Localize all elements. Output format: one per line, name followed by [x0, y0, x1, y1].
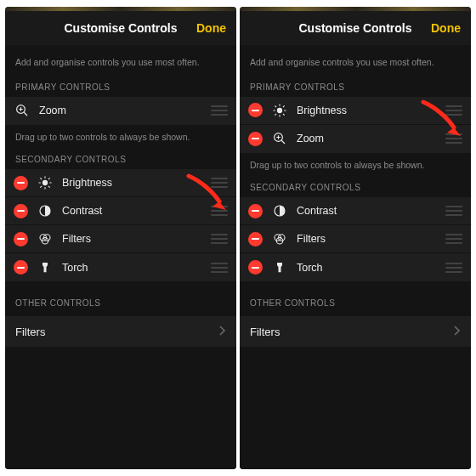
brightness-icon — [271, 102, 288, 119]
remove-button[interactable] — [248, 132, 263, 146]
remove-button[interactable] — [248, 204, 263, 218]
drag-handle-icon[interactable] — [445, 263, 462, 273]
drag-handle-icon[interactable] — [211, 234, 228, 244]
drag-handle-icon[interactable] — [211, 178, 228, 188]
control-label: Contrast — [297, 205, 445, 217]
chevron-right-icon — [454, 325, 461, 338]
drag-handle-icon[interactable] — [445, 206, 462, 216]
control-label: Brightness — [62, 177, 211, 189]
filters-icon — [37, 230, 54, 247]
svg-line-9 — [40, 178, 42, 180]
other-controls-header: OTHER CONTROLS — [5, 281, 236, 316]
svg-line-11 — [40, 186, 42, 188]
torch-icon — [271, 259, 288, 276]
control-label: Filters — [297, 233, 445, 245]
secondary-controls-list: Brightness Contrast Filters — [5, 169, 236, 281]
control-row-zoom[interactable]: Zoom — [5, 97, 236, 125]
other-filters-row[interactable]: Filters — [5, 316, 236, 347]
contrast-icon — [271, 202, 288, 219]
drag-handle-icon[interactable] — [445, 234, 462, 244]
svg-line-1 — [24, 112, 27, 116]
other-controls-header: OTHER CONTROLS — [240, 281, 471, 316]
brightness-icon — [37, 174, 54, 191]
remove-button[interactable] — [248, 232, 263, 246]
control-row-contrast[interactable]: Contrast — [5, 197, 236, 225]
hint-text: Add and organise controls you use most o… — [5, 45, 236, 79]
remove-button[interactable] — [14, 204, 28, 218]
drag-handle-icon[interactable] — [445, 133, 462, 144]
svg-point-18 — [277, 107, 282, 112]
svg-line-24 — [283, 114, 285, 116]
page-title: Customise Controls — [298, 21, 411, 35]
control-row-filters[interactable]: Filters — [5, 225, 236, 253]
drag-handle-icon[interactable] — [211, 105, 228, 116]
filters-icon — [271, 230, 288, 247]
other-filters-row[interactable]: Filters — [240, 316, 471, 347]
control-row-brightness[interactable]: Brightness — [240, 97, 471, 125]
primary-controls-header: PRIMARY CONTROLS — [240, 79, 471, 97]
control-label: Torch — [297, 262, 445, 274]
remove-button[interactable] — [14, 260, 28, 275]
svg-line-23 — [275, 105, 276, 107]
zoom-icon — [271, 130, 288, 147]
zoom-icon — [14, 102, 31, 119]
svg-line-25 — [275, 114, 276, 116]
primary-controls-header: PRIMARY CONTROLS — [5, 79, 236, 97]
secondary-controls-list: Contrast Filters Torch — [240, 197, 471, 281]
primary-controls-list: Zoom — [5, 97, 236, 125]
navbar: Customise Controls Done — [5, 11, 236, 45]
svg-line-12 — [48, 178, 50, 180]
remove-button[interactable] — [248, 260, 263, 275]
svg-line-26 — [283, 105, 285, 107]
navbar: Customise Controls Done — [240, 11, 471, 45]
control-row-filters[interactable]: Filters — [240, 225, 471, 253]
done-button[interactable]: Done — [196, 11, 226, 45]
primary-controls-list: Brightness Zoom — [240, 97, 471, 153]
svg-line-28 — [281, 140, 285, 144]
other-filters-label: Filters — [250, 326, 454, 338]
chevron-right-icon — [219, 325, 226, 338]
done-button[interactable]: Done — [431, 11, 461, 45]
control-label: Zoom — [297, 133, 445, 144]
other-filters-label: Filters — [15, 326, 219, 338]
primary-note: Drag up to two controls to always be sho… — [5, 125, 236, 152]
secondary-controls-header: SECONDARY CONTROLS — [5, 151, 236, 169]
control-row-torch[interactable]: Torch — [240, 253, 471, 281]
svg-point-4 — [42, 180, 48, 185]
control-row-zoom[interactable]: Zoom — [240, 125, 471, 153]
control-row-torch[interactable]: Torch — [5, 253, 236, 281]
primary-note: Drag up to two controls to always be sho… — [240, 153, 471, 180]
screenshot-left: Customise Controls Done Add and organise… — [5, 7, 236, 469]
control-label: Filters — [62, 233, 211, 245]
control-label: Zoom — [39, 105, 211, 116]
control-label: Brightness — [297, 105, 445, 116]
settings-body: Add and organise controls you use most o… — [240, 45, 471, 469]
svg-line-10 — [48, 186, 50, 188]
control-label: Contrast — [62, 205, 211, 217]
control-row-brightness[interactable]: Brightness — [5, 169, 236, 197]
settings-body: Add and organise controls you use most o… — [5, 45, 236, 469]
drag-handle-icon[interactable] — [211, 263, 228, 273]
secondary-controls-header: SECONDARY CONTROLS — [240, 179, 471, 197]
remove-button[interactable] — [14, 176, 28, 190]
control-label: Torch — [62, 262, 211, 274]
drag-handle-icon[interactable] — [211, 206, 228, 216]
screenshot-right: Customise Controls Done Add and organise… — [240, 7, 471, 469]
torch-icon — [37, 259, 54, 276]
contrast-icon — [37, 202, 54, 219]
drag-handle-icon[interactable] — [445, 105, 462, 116]
remove-button[interactable] — [248, 103, 263, 117]
page-title: Customise Controls — [64, 21, 177, 35]
control-row-contrast[interactable]: Contrast — [240, 197, 471, 225]
remove-button[interactable] — [14, 232, 28, 246]
hint-text: Add and organise controls you use most o… — [240, 45, 471, 79]
